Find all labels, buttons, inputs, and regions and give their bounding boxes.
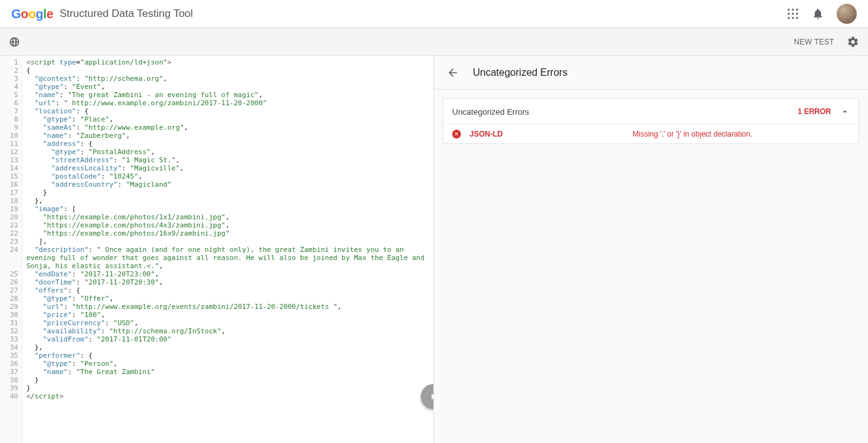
code-line[interactable]: }, — [26, 343, 433, 352]
account-avatar[interactable] — [837, 4, 857, 24]
svg-point-5 — [796, 13, 798, 14]
error-type: JSON-LD — [470, 130, 633, 138]
error-row[interactable]: ✕JSON-LDMissing ',' or '}' in object dec… — [443, 125, 859, 143]
results-header: Uncategorized Errors — [434, 56, 868, 90]
code-line[interactable]: "https://example.com/photos/16x9/zambini… — [26, 229, 433, 237]
code-line[interactable]: } — [26, 189, 433, 197]
settings-icon[interactable] — [847, 36, 859, 48]
code-line[interactable]: "address": { — [26, 140, 433, 148]
svg-point-6 — [788, 17, 790, 19]
code-line[interactable]: "priceCurrency": "USD", — [26, 319, 433, 327]
toolbar: NEW TEST — [0, 28, 868, 56]
code-line[interactable]: "https://example.com/photos/1x1/zambini.… — [26, 213, 433, 221]
error-card: Uncategorized Errors 1 ERROR ✕JSON-LDMis… — [443, 98, 859, 144]
svg-point-2 — [796, 9, 798, 11]
play-icon — [428, 392, 434, 402]
code-line[interactable]: "sameAs": "http://www.example.org", — [26, 123, 433, 132]
code-line[interactable]: "availability": "http://schema.org/InSto… — [26, 327, 433, 335]
app-header: Google Structured Data Testing Tool — [0, 0, 868, 28]
results-pane: Uncategorized Errors Uncategorized Error… — [434, 56, 868, 443]
code-line[interactable]: "@type": "PostalAddress", — [26, 148, 433, 156]
code-line[interactable]: "price": "100", — [26, 311, 433, 319]
code-line[interactable]: "location": { — [26, 107, 433, 115]
code-line[interactable]: "streetAddress": "1 Magic St.", — [26, 156, 433, 164]
code-line[interactable]: "addressLocality": "Magicville", — [26, 164, 433, 172]
code-line[interactable]: "offers": { — [26, 286, 433, 294]
notifications-icon[interactable] — [812, 8, 824, 20]
google-logo: Google — [11, 7, 53, 21]
results-title: Uncategorized Errors — [473, 67, 567, 78]
apps-grid-icon[interactable] — [787, 8, 799, 20]
code-line[interactable]: "name": "The Great Zambini" — [26, 368, 433, 376]
code-editor-pane: 1234567✕89101112131415161718192021222324… — [0, 56, 434, 443]
app-title: Structured Data Testing Tool — [59, 8, 193, 20]
code-line[interactable]: "name": "The great Zambini - an evening … — [26, 91, 433, 99]
error-icon: ✕ — [452, 130, 461, 138]
code-line[interactable]: "performer": { — [26, 352, 433, 360]
code-line[interactable]: </script> — [26, 392, 433, 400]
error-message: Missing ',' or '}' in object declaration… — [633, 130, 752, 138]
back-arrow-icon[interactable] — [447, 66, 459, 79]
code-line[interactable]: "@context": "http://schema.org", — [26, 75, 433, 83]
svg-point-4 — [792, 13, 793, 14]
line-number-gutter: 1234567✕89101112131415161718192021222324… — [0, 56, 23, 443]
code-line[interactable]: "postalCode": "10245", — [26, 172, 433, 180]
chevron-up-icon[interactable] — [840, 107, 850, 117]
code-line[interactable]: "@type": "Offer", — [26, 294, 433, 303]
main-split: 1234567✕89101112131415161718192021222324… — [0, 56, 868, 443]
code-line[interactable]: "@type": "Event", — [26, 83, 433, 91]
code-editor[interactable]: 1234567✕89101112131415161718192021222324… — [0, 56, 433, 443]
code-line[interactable]: "addressCountry": "Magicland" — [26, 180, 433, 189]
card-title: Uncategorized Errors — [452, 107, 798, 117]
svg-point-8 — [796, 17, 798, 19]
code-line[interactable]: "url": " http://www.example.org/zambini/… — [26, 99, 433, 107]
code-line[interactable]: { — [26, 66, 433, 75]
code-line[interactable]: "validFrom": "2017-11-01T20:00" — [26, 335, 433, 343]
new-test-button[interactable]: NEW TEST — [794, 38, 834, 46]
code-line[interactable]: "doorTime": "2017-11-20T20:30", — [26, 278, 433, 286]
code-line[interactable]: }, — [26, 197, 433, 205]
code-line[interactable]: "https://example.com/photos/4x3/zambini.… — [26, 221, 433, 229]
code-line[interactable]: ], — [26, 237, 433, 246]
error-card-header[interactable]: Uncategorized Errors 1 ERROR — [443, 99, 859, 125]
code-line[interactable]: "image": [ — [26, 205, 433, 213]
svg-point-3 — [788, 13, 790, 14]
code-line[interactable]: "@type": "Place", — [26, 115, 433, 123]
svg-point-1 — [792, 9, 793, 11]
svg-point-0 — [788, 9, 790, 11]
svg-point-7 — [792, 17, 793, 19]
code-line[interactable]: <script type="application/ld+json"> — [26, 58, 433, 66]
code-line[interactable]: "@type": "Person", — [26, 360, 433, 368]
code-line[interactable]: } — [26, 376, 433, 384]
code-content[interactable]: <script type="application/ld+json">{ "@c… — [23, 56, 433, 443]
error-count: 1 ERROR — [798, 107, 831, 116]
code-line[interactable]: "description": " Once again (and for one… — [26, 246, 433, 270]
code-line[interactable]: "name": "Zauberberg", — [26, 132, 433, 140]
code-line[interactable]: "endDate": "2017-11-20T23:00", — [26, 270, 433, 278]
code-line[interactable]: } — [26, 384, 433, 392]
header-controls — [787, 4, 857, 24]
globe-icon[interactable] — [9, 36, 20, 48]
code-line[interactable]: "url": "http://www.example.org/events/za… — [26, 303, 433, 311]
